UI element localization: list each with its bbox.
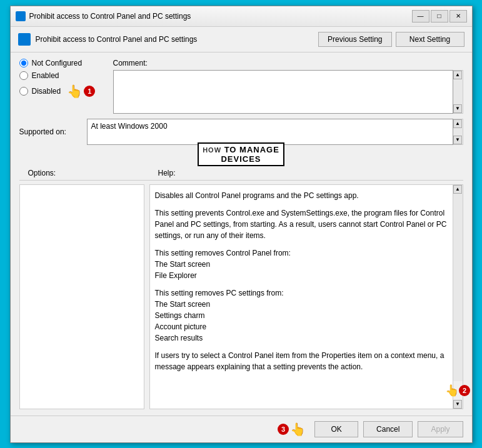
main-window: Prohibit access to Control Panel and PC … <box>10 6 473 443</box>
header-title: Prohibit access to Control Panel and PC … <box>36 35 314 44</box>
badge-2-area: 👆 2 <box>445 381 470 400</box>
help-content-wrapper: Disables all Control Panel programs and … <box>149 184 463 409</box>
comment-scroll-down[interactable]: ▼ <box>453 104 462 113</box>
help-para-2: This setting prevents Control.exe and Sy… <box>155 207 448 241</box>
previous-setting-button[interactable]: Previous Setting <box>318 32 391 47</box>
badge-3: 3 <box>278 424 289 435</box>
title-controls: — □ ✕ <box>412 10 467 22</box>
radio-disabled-input[interactable] <box>19 87 28 96</box>
watermark: HOW TO MANAGEDEVICES <box>198 142 284 166</box>
radio-not-configured[interactable]: Not Configured <box>19 59 101 67</box>
watermark-to: TO <box>224 145 237 154</box>
help-scroll-down[interactable]: ▼ <box>453 400 462 409</box>
comment-label: Comment: <box>113 59 463 67</box>
supported-scroll-track <box>453 128 463 136</box>
comment-box-wrapper: ▲ ▼ <box>113 70 463 114</box>
comment-textarea[interactable] <box>113 70 453 114</box>
nav-buttons: Previous Setting Next Setting <box>318 32 464 47</box>
help-text: Disables all Control Panel programs and … <box>149 184 453 409</box>
next-setting-button[interactable]: Next Setting <box>396 32 464 47</box>
help-para-5: If users try to select a Control Panel i… <box>155 350 448 372</box>
supported-scrollbar[interactable]: ▲ ▼ <box>453 119 463 145</box>
title-bar: Prohibit access to Control Panel and PC … <box>11 6 472 27</box>
bottom-section: Disables all Control Panel programs and … <box>19 180 463 409</box>
cancel-button[interactable]: Cancel <box>363 421 413 437</box>
comment-section: Comment: ▲ ▼ <box>113 59 463 114</box>
radio-group: Not Configured Enabled Disabled 👆 1 <box>19 59 101 99</box>
radio-enabled-input[interactable] <box>19 71 28 80</box>
badge-1: 1 <box>84 86 95 97</box>
help-scroll-track <box>453 194 463 381</box>
options-panel-wrapper <box>19 184 149 409</box>
supported-scroll-down[interactable]: ▼ <box>453 136 462 144</box>
help-scroll-up[interactable]: ▲ <box>453 185 462 194</box>
header-icon <box>18 33 31 46</box>
radio-not-configured-label: Not Configured <box>32 59 83 67</box>
help-para-4: This setting removes PC settings from:Th… <box>155 287 448 344</box>
options-label: Options: <box>28 169 153 177</box>
content-area: Not Configured Enabled Disabled 👆 1 <box>11 52 472 416</box>
supported-value: At least Windows 2000 <box>87 119 453 145</box>
labels-row: Options: Help: <box>19 169 463 177</box>
window-icon <box>16 11 26 21</box>
help-panel: Disables all Control Panel programs and … <box>149 184 463 409</box>
options-panel <box>19 184 144 409</box>
supported-label: Supported on: <box>19 127 82 136</box>
radio-enabled-label: Enabled <box>32 71 59 80</box>
header-bar: Prohibit access to Control Panel and PC … <box>11 27 472 52</box>
footer: 3 👆 OK Cancel Apply <box>11 416 472 442</box>
minimize-button[interactable]: — <box>412 10 429 22</box>
radio-enabled[interactable]: Enabled <box>19 71 101 80</box>
badge-2: 2 <box>459 385 470 396</box>
help-para-1: Disables all Control Panel programs and … <box>155 190 448 201</box>
close-button[interactable]: ✕ <box>449 10 467 22</box>
window-title: Prohibit access to Control Panel and PC … <box>29 12 408 21</box>
comment-scroll-up[interactable]: ▲ <box>453 71 462 79</box>
supported-scroll-up[interactable]: ▲ <box>453 119 462 128</box>
apply-button[interactable]: Apply <box>418 421 463 437</box>
help-scrollbar[interactable]: ▲ 👆 2 ▼ <box>453 184 463 409</box>
supported-box-wrapper: At least Windows 2000 ▲ ▼ <box>87 119 463 145</box>
watermark-area: HOW TO MANAGEDEVICES <box>19 142 463 166</box>
radio-not-configured-input[interactable] <box>19 59 28 67</box>
radio-comment-section: Not Configured Enabled Disabled 👆 1 <box>19 59 463 114</box>
maximize-button[interactable]: □ <box>431 10 448 22</box>
help-label: Help: <box>158 169 454 177</box>
watermark-how: HOW <box>203 146 221 154</box>
comment-scroll-track <box>453 79 463 104</box>
ok-button[interactable]: OK <box>314 421 358 437</box>
badge-3-area: 3 👆 <box>278 422 306 437</box>
supported-section: Supported on: At least Windows 2000 ▲ ▼ <box>19 119 463 145</box>
help-para-3: This setting removes Control Panel from:… <box>155 247 448 281</box>
radio-disabled-label: Disabled <box>32 87 61 96</box>
comment-scrollbar[interactable]: ▲ ▼ <box>453 70 463 114</box>
radio-disabled[interactable]: Disabled 👆 1 <box>19 84 101 99</box>
